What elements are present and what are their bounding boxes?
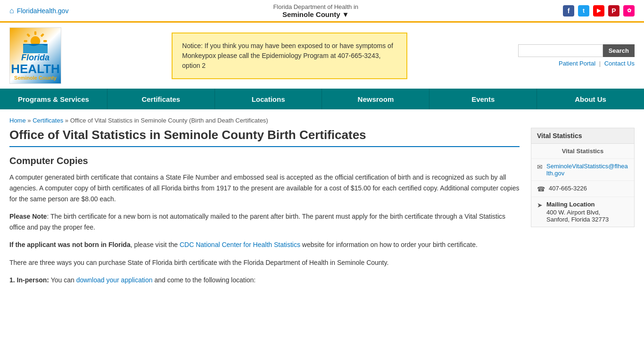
para5-you-can: You can <box>51 276 76 284</box>
svg-rect-4 <box>26 33 30 37</box>
contact-us-link[interactable]: Contact Us <box>604 60 635 67</box>
dept-line2: Seminole County <box>282 10 340 18</box>
para2-rest: : The birth certificate for a new born i… <box>9 213 505 231</box>
content-area: Office of Vital Statistics in Seminole C… <box>0 128 644 302</box>
youtube-icon[interactable]: ▶ <box>593 5 604 16</box>
search-row: Search <box>518 44 635 57</box>
flickr-icon[interactable]: ✿ <box>623 5 635 16</box>
header-links: Patient Portal | Contact Us <box>559 60 635 67</box>
patient-portal-link[interactable]: Patient Portal <box>559 60 595 67</box>
logo-box: Florida HEALTH Seminole County <box>9 27 61 84</box>
para3-rest: website for information on how to order … <box>300 241 478 248</box>
sidebar-email-row: ✉ SeminoleVitalStatistics@flhealth.gov <box>531 159 634 181</box>
site-link[interactable]: FloridaHealth.gov <box>17 7 69 15</box>
logo-area: Florida HEALTH Seminole County <box>9 27 61 84</box>
sidebar-header: Vital Statistics <box>531 128 634 144</box>
logo-county: Seminole County <box>11 75 60 81</box>
top-bar: ⌂ FloridaHealth.gov Florida Department o… <box>0 0 644 23</box>
page-title: Office of Vital Statistics in Seminole C… <box>9 128 520 147</box>
breadcrumb-current: Office of Vital Statistics in Seminole C… <box>70 117 268 124</box>
facebook-icon[interactable]: f <box>563 5 574 16</box>
dropdown-icon[interactable]: ▼ <box>342 10 349 18</box>
dept-line1: Florida Department of Health in <box>273 3 358 10</box>
email-icon: ✉ <box>537 163 543 171</box>
cdc-link[interactable]: CDC National Center for Health Statistic… <box>180 241 300 248</box>
sidebar-phone: 407-665-3226 <box>549 185 587 192</box>
nav-programs[interactable]: Programs & Services <box>0 89 107 109</box>
main-content: Office of Vital Statistics in Seminole C… <box>9 128 520 292</box>
sidebar-phone-row: ☎ 407-665-3226 <box>531 181 634 197</box>
address-line2: Sanford, Florida 32773 <box>546 216 609 223</box>
notice-box: Notice: If you think you may have been e… <box>172 33 407 79</box>
svg-rect-5 <box>41 33 44 37</box>
logo-text: Florida HEALTH Seminole County <box>11 53 60 81</box>
section-title: Computer Copies <box>9 156 520 166</box>
nav-about[interactable]: About Us <box>537 89 644 109</box>
logo-florida: Florida <box>11 53 60 63</box>
para1-text: A computer generated birth certificate t… <box>9 173 519 203</box>
home-icon: ⌂ <box>9 7 14 15</box>
para5-rest: and come to the following location: <box>154 276 256 284</box>
svg-rect-0 <box>34 31 36 34</box>
svg-rect-3 <box>43 40 47 42</box>
logo-sun-graphic <box>19 31 52 53</box>
paragraph-3: If the applicant was not born in Florida… <box>9 239 520 250</box>
social-icons: f t ▶ P ✿ <box>563 5 635 16</box>
in-person-bold: 1. In-person: <box>9 276 49 284</box>
nav-locations[interactable]: Locations <box>215 89 322 109</box>
para3-prefix-rest: , please visit the <box>131 241 180 248</box>
paragraph-1: A computer generated birth certificate t… <box>9 172 520 205</box>
header: Florida HEALTH Seminole County Notice: I… <box>0 23 644 89</box>
twitter-icon[interactable]: t <box>578 5 589 16</box>
search-button[interactable]: Search <box>603 44 635 57</box>
pinterest-icon[interactable]: P <box>608 5 619 16</box>
breadcrumb-sep1: » <box>27 117 33 124</box>
mailing-label: Mailing Location <box>546 201 609 208</box>
dept-info: Florida Department of Health in Seminole… <box>273 3 358 18</box>
please-note-bold: Please Note <box>9 213 47 220</box>
breadcrumb-sep2: » <box>65 117 70 124</box>
paragraph-2: Please Note: The birth certificate for a… <box>9 211 520 233</box>
download-application-link[interactable]: download your application <box>76 276 153 284</box>
paragraph-4: There are three ways you can purchase St… <box>9 257 520 268</box>
sidebar-address: Mailing Location 400 W. Airport Blvd, Sa… <box>546 201 609 223</box>
site-link-area[interactable]: ⌂ FloridaHealth.gov <box>9 7 68 15</box>
logo-health: HEALTH <box>11 63 60 75</box>
svg-rect-2 <box>24 40 27 42</box>
sidebar-email-link[interactable]: SeminoleVitalStatistics@flhealth.gov <box>546 163 628 177</box>
nav-certificates[interactable]: Certificates <box>107 89 215 109</box>
notice-text: Notice: If you think you may have been e… <box>182 42 393 69</box>
paragraph-5: 1. In-person: You can download your appl… <box>9 275 520 286</box>
nav-events[interactable]: Events <box>429 89 537 109</box>
pipe-divider: | <box>599 60 603 67</box>
not-born-bold: If the applicant was not born in Florida <box>9 241 131 248</box>
location-icon: ➤ <box>537 201 543 209</box>
breadcrumb-home[interactable]: Home <box>9 117 26 124</box>
sidebar-sub-header: Vital Statistics <box>531 144 634 159</box>
sidebar-address-row: ➤ Mailing Location 400 W. Airport Blvd, … <box>531 197 634 227</box>
address-line1: 400 W. Airport Blvd, <box>546 209 600 216</box>
sidebar-box: Vital Statistics Vital Statistics ✉ Semi… <box>531 128 635 227</box>
phone-icon: ☎ <box>537 185 545 193</box>
search-input[interactable] <box>518 44 603 57</box>
sidebar: Vital Statistics Vital Statistics ✉ Semi… <box>531 128 635 292</box>
nav-newsroom[interactable]: Newsroom <box>322 89 429 109</box>
breadcrumb: Home » Certificates » Office of Vital St… <box>0 109 644 128</box>
main-nav: Programs & Services Certificates Locatio… <box>0 89 644 109</box>
search-area: Search Patient Portal | Contact Us <box>518 44 635 67</box>
breadcrumb-certificates[interactable]: Certificates <box>33 117 63 124</box>
